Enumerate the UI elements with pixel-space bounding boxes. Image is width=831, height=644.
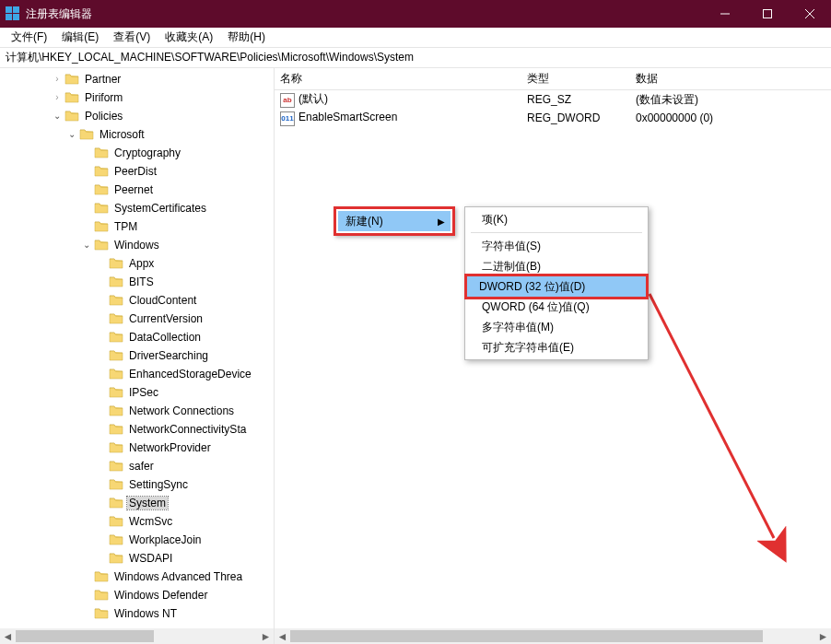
menu-favorites[interactable]: 收藏夹(A) — [158, 28, 220, 47]
tree-item-label: SystemCertificates — [112, 202, 208, 215]
tree-item[interactable]: Appx — [0, 254, 274, 273]
folder-icon — [92, 201, 112, 217]
tree-item[interactable]: SettingSync — [0, 475, 274, 494]
scroll-right-icon[interactable]: ► — [815, 628, 831, 644]
tree-item[interactable]: CurrentVersion — [0, 310, 274, 328]
tree-item[interactable]: WcmSvc — [0, 512, 274, 531]
context-dword[interactable]: DWORD (32 位)值(D) — [464, 274, 649, 299]
tree-item[interactable]: NetworkProvider — [0, 439, 274, 457]
tree-item-label: WorkplaceJoin — [127, 533, 203, 546]
tree-item[interactable]: WSDAPI — [0, 549, 274, 568]
address-bar[interactable]: 计算机\HKEY_LOCAL_MACHINE\SOFTWARE\Policies… — [0, 48, 831, 68]
tree-item-label: PeerDist — [112, 165, 158, 178]
context-string[interactable]: 字符串值(S) — [467, 236, 646, 256]
value-data: 0x00000000 (0) — [630, 111, 831, 124]
menu-view[interactable]: 查看(V) — [106, 28, 158, 47]
app-icon — [6, 6, 20, 21]
svg-rect-1 — [764, 10, 772, 18]
tree-item[interactable]: ⌄Windows — [0, 236, 274, 254]
folder-icon — [92, 238, 112, 253]
maximize-button[interactable] — [746, 0, 789, 28]
folder-icon — [107, 440, 127, 456]
tree-item[interactable]: WorkplaceJoin — [0, 531, 274, 549]
tree-item[interactable]: ›Piriform — [0, 88, 274, 107]
context-multi[interactable]: 多字符串值(M) — [467, 317, 646, 337]
tree-item-label: DataCollection — [127, 331, 203, 344]
scroll-right-icon[interactable]: ► — [258, 628, 274, 644]
column-data[interactable]: 数据 — [630, 68, 831, 89]
collapse-icon[interactable]: ⌄ — [81, 240, 92, 250]
menu-edit[interactable]: 编辑(E) — [54, 28, 106, 47]
expand-icon[interactable]: › — [52, 92, 63, 102]
folder-icon — [63, 72, 83, 88]
tree-item[interactable]: BITS — [0, 273, 274, 291]
value-name: EnableSmartScreen — [298, 111, 397, 123]
value-row[interactable]: 011EnableSmartScreenREG_DWORD0x00000000 … — [275, 109, 831, 127]
tree-item-label: Cryptography — [112, 146, 182, 159]
tree-item[interactable]: DataCollection — [0, 328, 274, 346]
collapse-icon[interactable]: ⌄ — [66, 129, 77, 139]
tree-item-label: Network Connections — [127, 404, 236, 417]
tree-item[interactable]: Windows Advanced Threa — [0, 568, 274, 586]
folder-icon — [107, 293, 127, 309]
tree-item[interactable]: ›Partner — [0, 70, 274, 88]
folder-icon — [92, 182, 112, 198]
tree-item[interactable]: CloudContent — [0, 291, 274, 310]
tree-item[interactable]: ⌄Policies — [0, 107, 274, 125]
value-type: REG_SZ — [521, 93, 630, 106]
tree-item[interactable]: Network Connections — [0, 402, 274, 420]
value-type-icon: ab — [280, 93, 295, 108]
folder-icon — [92, 588, 112, 603]
tree-item[interactable]: System — [0, 494, 274, 512]
tree-item-label: DriverSearching — [127, 349, 210, 362]
scroll-left-icon[interactable]: ◄ — [0, 628, 16, 644]
tree-item[interactable]: Cryptography — [0, 144, 274, 162]
tree-item-label: Piriform — [83, 91, 124, 104]
tree-item-label: Windows Advanced Threa — [112, 570, 244, 583]
menu-help[interactable]: 帮助(H) — [220, 28, 273, 47]
list-hscrollbar[interactable]: ◄ ► — [275, 628, 831, 644]
tree-item[interactable]: NetworkConnectivitySta — [0, 420, 274, 439]
window-title: 注册表编辑器 — [26, 6, 704, 22]
value-list[interactable]: ab(默认)REG_SZ(数值未设置)011EnableSmartScreenR… — [275, 90, 831, 127]
tree-item[interactable]: PeerDist — [0, 162, 274, 181]
tree-item-label: System — [127, 497, 168, 509]
tree-item[interactable]: EnhancedStorageDevice — [0, 365, 274, 383]
context-menu: 新建(N) ▶ — [334, 206, 455, 236]
tree-item[interactable]: IPSec — [0, 383, 274, 402]
tree-item[interactable]: Windows Defender — [0, 586, 274, 604]
tree-hscrollbar[interactable]: ◄ ► — [0, 628, 274, 644]
tree-item[interactable]: TPM — [0, 217, 274, 236]
context-key[interactable]: 项(K) — [467, 209, 646, 229]
tree-item[interactable]: DriverSearching — [0, 346, 274, 365]
context-expand[interactable]: 可扩充字符串值(E) — [467, 337, 646, 357]
folder-icon — [107, 330, 127, 345]
submenu-arrow-icon: ▶ — [438, 217, 445, 227]
folder-icon — [107, 385, 127, 401]
context-new[interactable]: 新建(N) ▶ — [338, 211, 451, 231]
tree-item[interactable]: safer — [0, 457, 274, 475]
minimize-button[interactable] — [704, 0, 746, 28]
folder-icon — [107, 533, 127, 548]
scroll-left-icon[interactable]: ◄ — [275, 628, 290, 644]
tree-item-label: Policies — [83, 110, 124, 123]
menu-file[interactable]: 文件(F) — [4, 28, 54, 47]
value-data: (数值未设置) — [630, 92, 831, 108]
tree-item[interactable]: Peernet — [0, 181, 274, 199]
folder-icon — [63, 90, 83, 106]
column-type[interactable]: 类型 — [521, 68, 630, 89]
column-name[interactable]: 名称 — [275, 68, 521, 89]
registry-tree[interactable]: ›Partner›Piriform⌄Policies⌄MicrosoftCryp… — [0, 68, 274, 623]
tree-item-label: Partner — [83, 73, 123, 86]
tree-item[interactable]: Windows NT — [0, 604, 274, 623]
close-button[interactable] — [789, 0, 831, 28]
tree-item-label: Windows — [112, 239, 161, 252]
tree-item[interactable]: ⌄Microsoft — [0, 125, 274, 144]
expand-icon[interactable]: › — [52, 74, 63, 84]
tree-item-label: IPSec — [127, 386, 160, 399]
context-qword[interactable]: QWORD (64 位)值(Q) — [467, 297, 646, 317]
collapse-icon[interactable]: ⌄ — [52, 111, 63, 121]
value-row[interactable]: ab(默认)REG_SZ(数值未设置) — [275, 90, 831, 109]
folder-icon — [107, 496, 127, 511]
tree-item[interactable]: SystemCertificates — [0, 199, 274, 217]
